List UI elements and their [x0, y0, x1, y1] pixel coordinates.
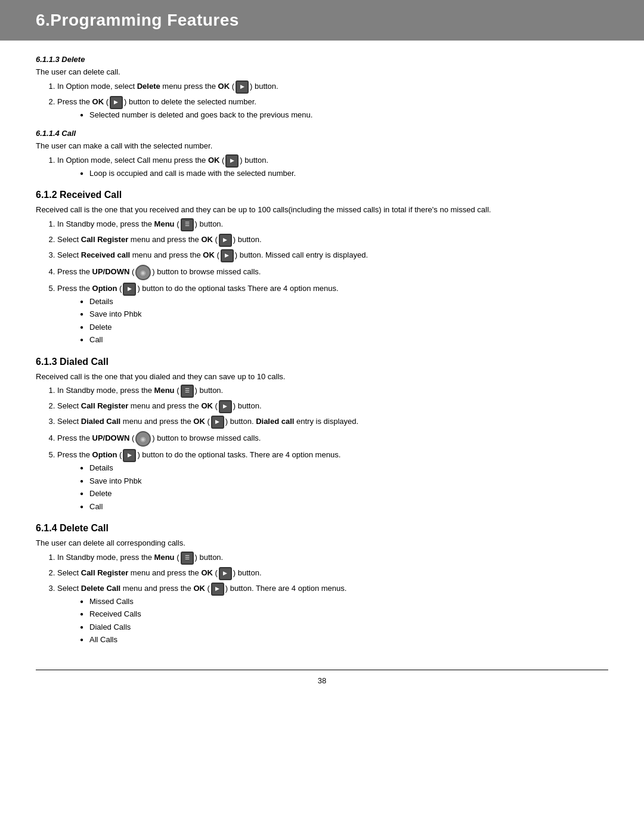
bullet-item: Save into Phbk: [89, 475, 608, 487]
section-dialed-title: 6.1.3 Dialed Call: [36, 357, 608, 367]
bullet-list: Missed Calls Received Calls Dialed Calls…: [89, 596, 608, 646]
bullet-list: Selected number is deleted and goes back…: [89, 109, 608, 121]
section-delete-title: 6.1.4 Delete Call: [36, 523, 608, 534]
bullet-list: Loop is occupied and call is made with t…: [89, 168, 608, 179]
step-item: Select Call Register menu and press the …: [57, 234, 608, 247]
section-delete-steps: In Standby mode, press the Menu () butto…: [57, 552, 608, 646]
step-item: In Option mode, select Delete menu press…: [57, 80, 608, 94]
section-613-title: 6.1.1.3 Delete: [36, 55, 608, 64]
bullet-item: Call: [89, 334, 608, 346]
section-612-title: 6.1.2 Received Call: [36, 190, 608, 200]
section-614-title: 6.1.1.4 Call: [36, 129, 608, 138]
bullet-list: Details Save into Phbk Delete Call: [89, 296, 608, 346]
step-item: In Option mode, select Call menu press t…: [57, 154, 608, 179]
bullet-item: Missed Calls: [89, 596, 608, 608]
page-number: 38: [318, 676, 326, 685]
step-item: Select Call Register menu and press the …: [57, 567, 608, 580]
section-delete-desc: The user can delete all corresponding ca…: [36, 537, 608, 549]
section-dialed-steps: In Standby mode, press the Menu () butto…: [57, 385, 608, 512]
section-614-desc: The user can make a call with the select…: [36, 140, 608, 152]
bullet-item: Selected number is deleted and goes back…: [89, 109, 608, 121]
step-item: Press the UP/DOWN () button to browse mi…: [57, 431, 608, 447]
bullet-item: Loop is occupied and call is made with t…: [89, 168, 608, 179]
step-item: Select Call Register menu and press the …: [57, 400, 608, 413]
section-612-steps: In Standby mode, press the Menu () butto…: [57, 218, 608, 346]
bullet-item: Call: [89, 501, 608, 513]
page: 6.Programming Features 6.1.1.3 Delete Th…: [0, 0, 644, 833]
step-item: Select Dialed Call menu and press the OK…: [57, 416, 608, 429]
bullet-item: Received Calls: [89, 608, 608, 620]
bullet-item: Details: [89, 296, 608, 308]
step-item: In Standby mode, press the Menu () butto…: [57, 218, 608, 231]
step-item: Press the OK () button to delete the sel…: [57, 96, 608, 121]
section-614-steps: In Option mode, select Call menu press t…: [57, 154, 608, 179]
bullet-item: Delete: [89, 488, 608, 500]
section-613-steps: In Option mode, select Delete menu press…: [57, 80, 608, 121]
step-item: Press the UP/DOWN () button to browse mi…: [57, 265, 608, 280]
bullet-item: Details: [89, 462, 608, 474]
bullet-item: Save into Phbk: [89, 308, 608, 320]
bullet-item: Delete: [89, 321, 608, 333]
section-613-desc: The user can delete call.: [36, 66, 608, 78]
chapter-header: 6.Programming Features: [0, 0, 644, 41]
chapter-title: 6.Programming Features: [36, 11, 608, 30]
bullet-item: All Calls: [89, 634, 608, 646]
page-footer: 38: [36, 670, 608, 685]
bullet-list: Details Save into Phbk Delete Call: [89, 462, 608, 512]
step-item: In Standby mode, press the Menu () butto…: [57, 385, 608, 398]
section-dialed-desc: Received call is the one that you dialed…: [36, 371, 608, 383]
step-item: Select Received call menu and press the …: [57, 249, 608, 262]
step-item: Select Delete Call menu and press the OK…: [57, 583, 608, 646]
step-item: In Standby mode, press the Menu () butto…: [57, 552, 608, 565]
bullet-item: Dialed Calls: [89, 621, 608, 633]
step-item: Press the Option () button to do the opt…: [57, 449, 608, 512]
section-612-desc: Received call is the one that you receiv…: [36, 204, 608, 216]
step-item: Press the Option () button to do the opt…: [57, 283, 608, 346]
